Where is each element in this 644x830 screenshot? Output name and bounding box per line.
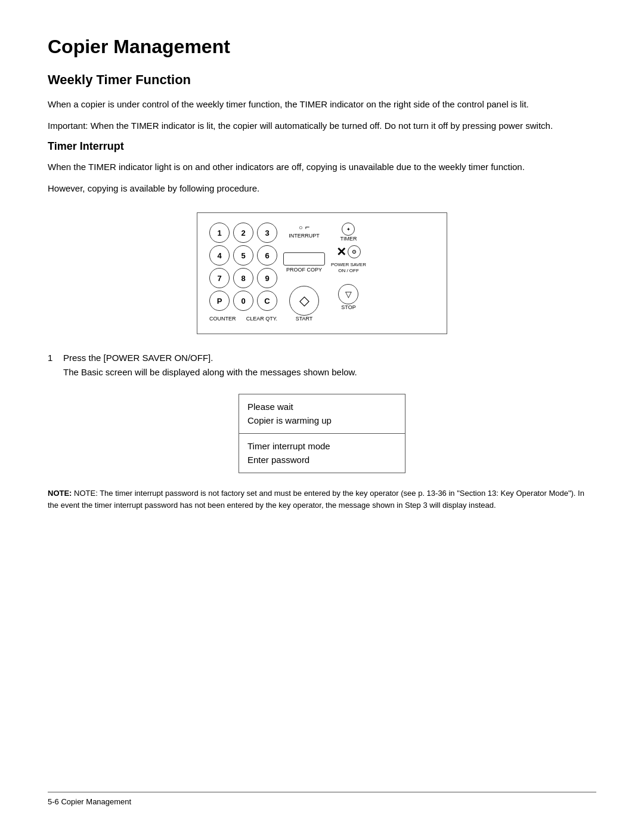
step-1-text: Press the [POWER SAVER ON/OFF].	[63, 353, 213, 363]
key-3: 3	[257, 223, 277, 243]
counter-label: COUNTER	[209, 316, 236, 322]
keypad-row-p0c: P 0 C	[209, 291, 277, 311]
key-4: 4	[209, 245, 230, 266]
note-section: NOTE: NOTE: The timer interrupt password…	[48, 487, 596, 511]
intro-paragraph-1: When a copier is under control of the we…	[48, 97, 596, 112]
message-2-line2: Enter password	[247, 455, 309, 465]
stop-area: ▽ STOP	[338, 284, 358, 310]
note-label: NOTE:	[48, 489, 74, 498]
timer-icon: ✦	[342, 223, 355, 236]
x-symbol: ✕	[336, 246, 346, 258]
timer-label: TIMER	[340, 236, 357, 242]
start-btn: ◇	[289, 286, 319, 316]
start-area: ◇ START	[289, 286, 319, 322]
step-1-num: 1	[48, 351, 58, 379]
key-7: 7	[209, 268, 230, 288]
page-footer: 5-6 Copier Management	[48, 792, 596, 806]
key-9: 9	[257, 268, 277, 288]
keypad-row-3: 7 8 9	[209, 268, 277, 288]
power-saver-inner: ⊙	[352, 249, 357, 255]
step-1-subtext: The Basic screen will be displayed along…	[63, 367, 357, 377]
power-saver-label: POWER SAVERON / OFF	[331, 262, 366, 274]
interrupt-circle-icon: ○	[299, 224, 303, 231]
step-1: 1 Press the [POWER SAVER ON/OFF]. The Ba…	[48, 351, 596, 379]
stop-label: STOP	[341, 304, 355, 310]
start-label: START	[296, 316, 313, 322]
start-icon: ◇	[299, 293, 309, 308]
message-2-line1: Timer interrupt mode	[247, 441, 330, 451]
panel-middle: ○ ⌐ INTERRUPT PROOF COPY ◇ START	[283, 223, 325, 322]
panel-right: ✦ TIMER ✕ ⊙ POWER SAVERON / OFF	[331, 223, 366, 322]
proof-copy-btn	[283, 252, 325, 266]
message-1-line1: Please wait	[247, 402, 293, 412]
x-mark-icon: ✕ ⊙	[336, 245, 361, 258]
footer-text: 5-6 Copier Management	[48, 797, 131, 806]
keypad-bottom-labels: COUNTER CLEAR QTY.	[209, 316, 277, 322]
message-box-2: Timer interrupt mode Enter password	[239, 434, 405, 473]
key-2: 2	[233, 223, 253, 243]
key-5: 5	[233, 245, 253, 266]
timer-interrupt-text: When the TIMER indicator light is on and…	[48, 160, 596, 174]
message-1-line2: Copier is warming up	[247, 415, 332, 425]
message-box-1: Please wait Copier is warming up	[239, 394, 405, 434]
key-1: 1	[209, 223, 230, 243]
intro-paragraph-2: Important: When the TIMER indicator is l…	[48, 119, 596, 133]
control-panel-container: 1 2 3 4 5 6 7 8 9 P	[48, 212, 596, 334]
message-boxes: Please wait Copier is warming up Timer i…	[239, 394, 405, 473]
section-title: Weekly Timer Function	[48, 72, 596, 88]
subsection-title: Timer Interrupt	[48, 140, 596, 153]
note-body: NOTE: The timer interrupt password is no…	[48, 489, 584, 510]
keypad-row-1: 1 2 3	[209, 223, 277, 243]
key-6: 6	[257, 245, 277, 266]
timer-area: ✦ TIMER	[340, 223, 357, 242]
stop-btn: ▽	[338, 284, 358, 304]
step-1-content: Press the [POWER SAVER ON/OFF]. The Basi…	[63, 351, 357, 379]
keypad: 1 2 3 4 5 6 7 8 9 P	[209, 223, 277, 322]
interrupt-area: ○ ⌐ INTERRUPT	[289, 223, 320, 239]
key-C: C	[257, 291, 277, 311]
proof-copy-area: PROOF COPY	[283, 252, 325, 273]
interrupt-symbol: ⌐	[305, 223, 310, 232]
clear-qty-label: CLEAR QTY.	[246, 316, 277, 322]
page-title: Copier Management	[48, 36, 596, 58]
keypad-row-2: 4 5 6	[209, 245, 277, 266]
message-boxes-container: Please wait Copier is warming up Timer i…	[48, 394, 596, 473]
stop-icon: ▽	[345, 289, 352, 299]
proof-copy-label: PROOF COPY	[286, 267, 322, 273]
key-8: 8	[233, 268, 253, 288]
interrupt-label: INTERRUPT	[289, 233, 320, 239]
power-saver-icon: ⊙	[348, 245, 361, 258]
procedure-text: However, copying is available by followi…	[48, 181, 596, 196]
key-0: 0	[233, 291, 253, 311]
key-P: P	[209, 291, 230, 311]
control-panel-diagram: 1 2 3 4 5 6 7 8 9 P	[197, 212, 447, 334]
timer-inner-icon: ✦	[346, 227, 351, 232]
